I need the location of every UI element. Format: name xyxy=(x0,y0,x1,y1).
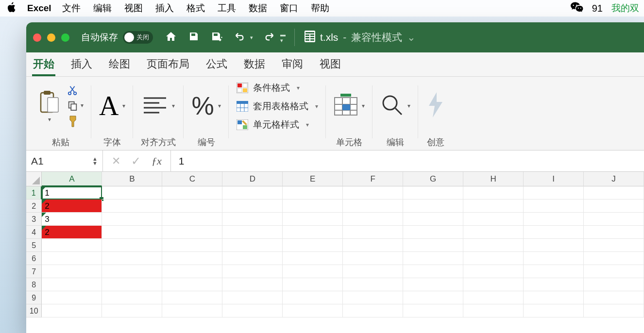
font-dropdown[interactable]: ▾ xyxy=(122,102,125,109)
save-icon[interactable] xyxy=(188,31,200,44)
fx-icon[interactable]: ƒx xyxy=(152,155,162,167)
cell-J5[interactable] xyxy=(584,239,644,252)
cell-C8[interactable] xyxy=(162,278,222,291)
cell-G7[interactable] xyxy=(403,265,463,278)
cell-G2[interactable] xyxy=(403,200,463,213)
cell-E5[interactable] xyxy=(283,239,343,252)
cell-C2[interactable] xyxy=(162,200,222,213)
redo-icon[interactable] xyxy=(264,31,275,44)
row-header[interactable]: 3 xyxy=(26,213,42,226)
cell-J9[interactable] xyxy=(584,291,644,304)
cell-G8[interactable] xyxy=(403,278,463,291)
cell-B8[interactable] xyxy=(102,278,162,291)
cell-F9[interactable] xyxy=(343,291,403,304)
tab-data[interactable]: 数据 xyxy=(243,52,266,76)
menu-data[interactable]: 数据 xyxy=(249,2,267,15)
cell-J7[interactable] xyxy=(584,265,644,278)
cell-A6[interactable] xyxy=(42,252,102,265)
cell-E7[interactable] xyxy=(283,265,343,278)
paste-dropdown[interactable]: ▾ xyxy=(48,116,51,123)
cell-E1[interactable] xyxy=(283,186,343,200)
row-header[interactable]: 4 xyxy=(26,226,42,239)
paste-icon[interactable] xyxy=(38,89,60,116)
cell-B2[interactable] xyxy=(102,200,162,213)
cell-E10[interactable] xyxy=(283,304,343,317)
cell-C1[interactable] xyxy=(162,186,222,200)
cell-J4[interactable] xyxy=(584,226,644,239)
app-name[interactable]: Excel xyxy=(27,3,51,14)
cell-C7[interactable] xyxy=(162,265,222,278)
cell-B6[interactable] xyxy=(102,252,162,265)
cell-A4[interactable]: 2 xyxy=(42,226,102,239)
cell-I8[interactable] xyxy=(524,278,584,291)
cell-A7[interactable] xyxy=(42,265,102,278)
cell-H4[interactable] xyxy=(463,226,524,239)
cell-F5[interactable] xyxy=(343,239,403,252)
col-header-F[interactable]: F xyxy=(343,172,403,186)
cell-G6[interactable] xyxy=(403,252,463,265)
name-box-stepper[interactable]: ▲▼ xyxy=(92,157,98,166)
tab-view[interactable]: 视图 xyxy=(319,52,342,76)
menu-view[interactable]: 视图 xyxy=(124,2,143,15)
col-header-B[interactable]: B xyxy=(102,172,162,186)
apple-icon[interactable] xyxy=(7,2,17,15)
menu-format[interactable]: 格式 xyxy=(186,2,205,15)
menu-tools[interactable]: 工具 xyxy=(218,2,236,15)
col-header-C[interactable]: C xyxy=(162,172,222,186)
cell-F10[interactable] xyxy=(343,304,403,317)
cell-B9[interactable] xyxy=(102,291,162,304)
cell-I10[interactable] xyxy=(524,304,584,317)
cell-D3[interactable] xyxy=(222,213,283,226)
window-close[interactable] xyxy=(33,33,41,42)
cell-H3[interactable] xyxy=(463,213,524,226)
cell-J2[interactable] xyxy=(584,200,644,213)
window-minimize[interactable] xyxy=(47,33,55,42)
cells-dropdown[interactable]: ▾ xyxy=(362,102,365,109)
cell-H5[interactable] xyxy=(463,239,524,252)
row-header[interactable]: 6 xyxy=(26,252,42,265)
copy-button[interactable]: ▾ xyxy=(67,100,84,111)
cell-C10[interactable] xyxy=(162,304,222,317)
cell-I1[interactable] xyxy=(524,186,584,200)
qat-customize-icon[interactable]: ▬▾ xyxy=(280,32,285,44)
select-all-corner[interactable] xyxy=(26,172,42,186)
cancel-formula-icon[interactable]: ✕ xyxy=(112,155,120,167)
cell-H1[interactable] xyxy=(463,186,524,200)
window-zoom[interactable] xyxy=(61,33,69,42)
cell-F1[interactable] xyxy=(343,186,403,200)
cell-G3[interactable] xyxy=(403,213,463,226)
cell-D5[interactable] xyxy=(222,239,283,252)
cell-D4[interactable] xyxy=(222,226,283,239)
save-edit-icon[interactable] xyxy=(210,31,223,44)
row-header[interactable]: 8 xyxy=(26,278,42,291)
cell-D1[interactable] xyxy=(222,186,283,200)
search-icon[interactable] xyxy=(380,93,404,118)
row-header[interactable]: 7 xyxy=(26,265,42,278)
cell-I5[interactable] xyxy=(524,239,584,252)
cell-A5[interactable] xyxy=(42,239,102,252)
cell-E3[interactable] xyxy=(283,213,343,226)
cell-A1[interactable]: 1 xyxy=(42,186,102,200)
col-header-A[interactable]: A xyxy=(42,172,102,186)
wechat-icon[interactable] xyxy=(571,2,583,15)
col-header-E[interactable]: E xyxy=(283,172,343,186)
cell-E8[interactable] xyxy=(283,278,343,291)
title-chevron-icon[interactable]: ⌄ xyxy=(407,32,416,43)
cell-H2[interactable] xyxy=(463,200,524,213)
cell-C6[interactable] xyxy=(162,252,222,265)
cell-F6[interactable] xyxy=(343,252,403,265)
cell-E4[interactable] xyxy=(283,226,343,239)
cell-C9[interactable] xyxy=(162,291,222,304)
cell-H8[interactable] xyxy=(463,278,524,291)
cell-G4[interactable] xyxy=(403,226,463,239)
cell-I4[interactable] xyxy=(524,226,584,239)
cell-J8[interactable] xyxy=(584,278,644,291)
cell-H9[interactable] xyxy=(463,291,524,304)
cell-B3[interactable] xyxy=(102,213,162,226)
tab-draw[interactable]: 绘图 xyxy=(108,52,131,76)
cell-D7[interactable] xyxy=(222,265,283,278)
undo-dropdown[interactable]: ▾ xyxy=(250,34,253,41)
cell-H6[interactable] xyxy=(463,252,524,265)
cell-C4[interactable] xyxy=(162,226,222,239)
cell-D2[interactable] xyxy=(222,200,283,213)
